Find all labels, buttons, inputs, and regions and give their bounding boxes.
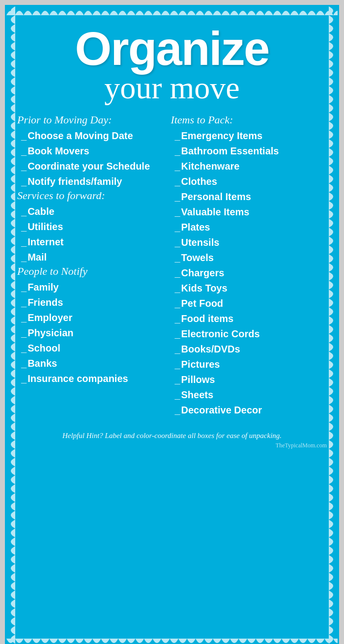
list-item: Banks xyxy=(17,356,166,371)
section-prior-header: Prior to Moving Day: xyxy=(17,114,166,126)
list-item: School xyxy=(17,341,166,356)
list-item: Books/DVDs xyxy=(171,342,332,357)
list-item: Coordinate your Schedule xyxy=(17,159,166,174)
list-item: Kitchenware xyxy=(171,159,332,174)
list-item: Valuable Items xyxy=(171,205,332,220)
list-item: Choose a Moving Date xyxy=(17,128,166,144)
list-item: Notify friends/family xyxy=(17,174,166,189)
list-item: Kids Toys xyxy=(171,281,332,296)
list-item: Clothes xyxy=(171,174,332,189)
section-services-header: Services to forward: xyxy=(17,189,166,202)
section-prior: Prior to Moving Day: Choose a Moving Dat… xyxy=(17,114,166,189)
list-item: Emergency Items xyxy=(171,128,332,144)
list-item: Pet Food xyxy=(171,296,332,311)
list-item: Pillows xyxy=(171,372,332,387)
list-item: Cable xyxy=(17,204,166,219)
list-item: Internet xyxy=(17,234,166,250)
list-item: Employer xyxy=(17,310,166,325)
list-item: Physician xyxy=(17,325,166,341)
list-item: Sheets xyxy=(171,387,332,403)
list-item: Utilities xyxy=(17,219,166,234)
list-item: Chargers xyxy=(171,265,332,281)
list-item: Decorative Decor xyxy=(171,403,332,418)
list-item: Insurance companies xyxy=(17,371,166,386)
section-people-header: People to Notify xyxy=(17,265,166,278)
list-item: Bathroom Essentials xyxy=(171,144,332,159)
helpful-hint: Helpful Hint? Label and color-coordinate… xyxy=(17,428,327,440)
section-people: People to Notify Family Friends Employer… xyxy=(17,265,166,386)
list-item: Book Movers xyxy=(17,144,166,159)
right-column: Items to Pack: Emergency Items Bathroom … xyxy=(171,114,332,418)
list-item: Mail xyxy=(17,250,166,265)
list-item: Friends xyxy=(17,295,166,310)
title-your-move: your move xyxy=(17,72,327,104)
list-item: Personal Items xyxy=(171,189,332,205)
section-items-header: Items to Pack: xyxy=(171,114,332,126)
list-item: Family xyxy=(17,280,166,295)
watermark: TheTypicalMom.com xyxy=(17,442,327,449)
list-item: Food items xyxy=(171,311,332,326)
section-services: Services to forward: Cable Utilities Int… xyxy=(17,189,166,265)
left-column: Prior to Moving Day: Choose a Moving Dat… xyxy=(17,114,166,418)
list-item: Pictures xyxy=(171,357,332,372)
title-organize: Organize xyxy=(17,25,327,72)
main-card: Organize your move Prior to Moving Day: … xyxy=(5,5,339,644)
list-item: Utensils xyxy=(171,235,332,250)
list-item: Towels xyxy=(171,250,332,265)
list-item: Plates xyxy=(171,220,332,235)
list-item: Electronic Cords xyxy=(171,326,332,342)
